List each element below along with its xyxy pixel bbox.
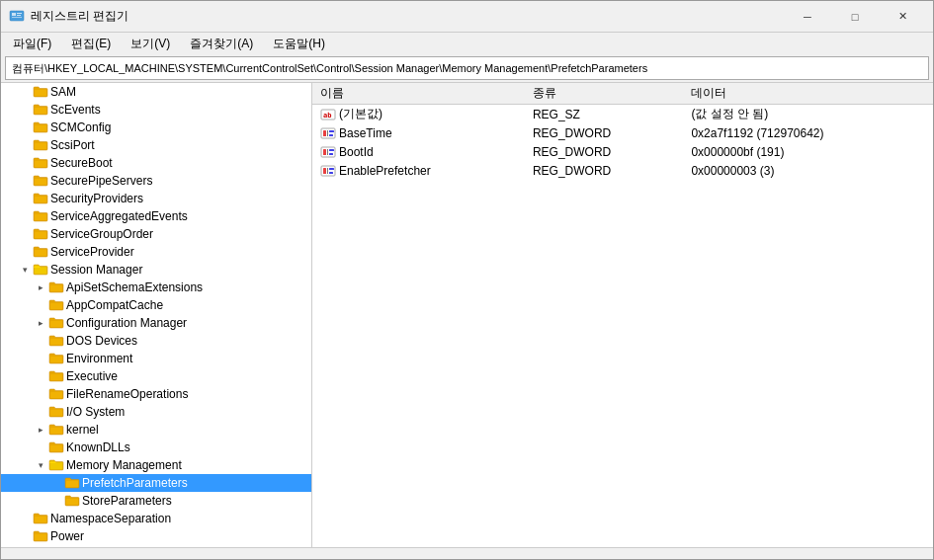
tree-item-appcompat[interactable]: AppCompatCache — [1, 296, 311, 314]
expand-icon-prefetchparams[interactable] — [48, 475, 64, 491]
expand-icon-scevents[interactable] — [17, 102, 33, 118]
col-name[interactable]: 이름 — [312, 83, 525, 105]
entry-name-1: BaseTime — [312, 124, 525, 143]
app-icon — [9, 9, 25, 25]
tree-item-environment[interactable]: Environment — [1, 350, 311, 367]
svg-rect-34 — [323, 130, 326, 136]
menu-item-h[interactable]: 도움말(H) — [265, 34, 333, 54]
svg-rect-11 — [35, 197, 46, 202]
tree-item-memorymanagement[interactable]: ▾ Memory Management — [1, 456, 311, 474]
expand-icon-securityproviders[interactable] — [17, 191, 33, 206]
window-title: 레지스트리 편집기 — [31, 8, 128, 25]
title-bar: 레지스트리 편집기 ─ □ ✕ — [1, 1, 933, 33]
close-button[interactable]: ✕ — [880, 1, 925, 33]
svg-rect-29 — [35, 517, 46, 522]
tree-label-kernel: kernel — [66, 423, 99, 437]
tree-item-servicegrouporder[interactable]: ServiceGroupOrder — [1, 225, 311, 243]
expand-icon-secureboot[interactable] — [17, 155, 33, 171]
tree-item-namespacesep[interactable]: NamespaceSeparation — [1, 510, 311, 527]
expand-icon-sessionmanager[interactable]: ▾ — [17, 262, 33, 278]
tree-item-prefetchparams[interactable]: PrefetchParameters — [1, 474, 311, 492]
tree-label-serviceprovider: ServiceProvider — [50, 245, 134, 259]
folder-icon-environment — [48, 352, 64, 365]
expand-icon-apiset[interactable]: ▸ — [33, 280, 48, 295]
tree-label-apiset: ApiSetSchemaExtensions — [66, 280, 203, 294]
expand-icon-filerename[interactable] — [33, 386, 48, 402]
tree-item-scmconfig[interactable]: SCMConfig — [1, 119, 311, 136]
minimize-button[interactable]: ─ — [785, 1, 830, 33]
address-bar[interactable]: 컴퓨터\HKEY_LOCAL_MACHINE\SYSTEM\CurrentCon… — [5, 56, 929, 80]
expand-icon-dosdevices[interactable] — [33, 333, 48, 349]
tree-item-secureboot[interactable]: SecureBoot — [1, 154, 311, 172]
folder-icon-scsiport — [33, 138, 48, 152]
col-type[interactable]: 종류 — [525, 83, 683, 105]
tree-item-dosdevices[interactable]: DOS Devices — [1, 332, 311, 350]
menu-item-v[interactable]: 보기(V) — [123, 34, 178, 54]
expand-icon-serviceaggregatedevents[interactable] — [17, 208, 33, 224]
menu-item-f[interactable]: 파일(F) — [5, 34, 59, 54]
tree-item-sessionmanager[interactable]: ▾ Session Manager — [1, 261, 311, 279]
entry-name-text-2: BootId — [339, 145, 374, 159]
menu-item-a[interactable]: 즐겨찾기(A) — [182, 34, 261, 54]
tree-item-iosystem[interactable]: I/O System — [1, 403, 311, 421]
tree-item-apiset[interactable]: ▸ ApiSetSchemaExtensions — [1, 279, 311, 296]
tree-item-knowndlls[interactable]: KnownDLLs — [1, 439, 311, 456]
svg-rect-14 — [35, 250, 46, 256]
svg-rect-18 — [50, 321, 62, 327]
tree-item-scsiport[interactable]: ScsiPort — [1, 136, 311, 154]
menu-bar: 파일(F)편집(E)보기(V)즐겨찾기(A)도움말(H) — [1, 33, 933, 54]
svg-rect-15 — [35, 268, 46, 274]
maximize-button[interactable]: □ — [832, 1, 878, 33]
expand-icon-iosystem[interactable] — [33, 404, 48, 420]
tree-item-securepipeservers[interactable]: SecurePipeServers — [1, 172, 311, 190]
expand-icon-appcompat[interactable] — [33, 297, 48, 313]
tree-label-power: Power — [50, 529, 84, 543]
reg-icon-2 — [320, 144, 336, 160]
tree-label-knowndlls: KnownDLLs — [66, 440, 130, 454]
tree-panel[interactable]: SAM ScEvents SCMConfig ScsiPort SecureBo… — [1, 83, 312, 547]
expand-icon-scsiport[interactable] — [17, 137, 33, 153]
expand-icon-executive[interactable] — [33, 368, 48, 384]
tree-label-scmconfig: SCMConfig — [50, 120, 111, 134]
tree-item-securityproviders[interactable]: SecurityProviders — [1, 190, 311, 207]
tree-label-storeparams: StoreParameters — [82, 494, 172, 508]
registry-row-2[interactable]: BootIdREG_DWORD0x000000bf (191) — [312, 143, 933, 162]
expand-icon-environment[interactable] — [33, 351, 48, 366]
col-data[interactable]: 데이터 — [683, 83, 933, 105]
expand-icon-namespacesep[interactable] — [17, 511, 33, 526]
folder-icon-dosdevices — [48, 334, 64, 348]
expand-icon-knowndlls[interactable] — [33, 440, 48, 455]
tree-item-serviceprovider[interactable]: ServiceProvider — [1, 243, 311, 261]
svg-rect-6 — [35, 108, 46, 114]
menu-item-e[interactable]: 편집(E) — [63, 34, 119, 54]
tree-item-executive[interactable]: Executive — [1, 367, 311, 385]
tree-item-kernel[interactable]: ▸ kernel — [1, 421, 311, 439]
expand-icon-storeparams[interactable] — [48, 493, 64, 509]
expand-icon-configmanager[interactable]: ▸ — [33, 315, 48, 331]
tree-item-scevents[interactable]: ScEvents — [1, 101, 311, 119]
svg-rect-44 — [323, 168, 326, 174]
svg-rect-46 — [329, 168, 334, 170]
expand-icon-sam[interactable] — [17, 84, 33, 100]
registry-row-1[interactable]: BaseTimeREG_DWORD0x2a7f1192 (712970642) — [312, 124, 933, 143]
expand-icon-servicegrouporder[interactable] — [17, 226, 33, 242]
tree-item-storeparams[interactable]: StoreParameters — [1, 492, 311, 510]
tree-item-serviceaggregatedevents[interactable]: ServiceAggregatedEvents — [1, 207, 311, 225]
expand-icon-memorymanagement[interactable]: ▾ — [33, 457, 48, 473]
tree-item-sam[interactable]: SAM — [1, 83, 311, 101]
entry-name-text-0: (기본값) — [339, 106, 382, 122]
tree-item-filerename[interactable]: FileRenameOperations — [1, 385, 311, 403]
expand-icon-kernel[interactable]: ▸ — [33, 422, 48, 438]
expand-icon-securepipeservers[interactable] — [17, 173, 33, 189]
registry-row-0[interactable]: ab (기본값)REG_SZ(값 설정 안 됨) — [312, 105, 933, 124]
entry-type-2: REG_DWORD — [525, 143, 683, 162]
expand-icon-scmconfig[interactable] — [17, 120, 33, 135]
horizontal-scrollbar[interactable] — [1, 547, 933, 559]
folder-icon-serviceaggregatedevents — [33, 209, 48, 223]
registry-row-3[interactable]: EnablePrefetcherREG_DWORD0x00000003 (3) — [312, 162, 933, 181]
folder-icon-scevents — [33, 103, 48, 117]
expand-icon-power[interactable] — [17, 528, 33, 544]
tree-item-configmanager[interactable]: ▸ Configuration Manager — [1, 314, 311, 332]
expand-icon-serviceprovider[interactable] — [17, 244, 33, 260]
tree-item-power[interactable]: Power — [1, 527, 311, 545]
